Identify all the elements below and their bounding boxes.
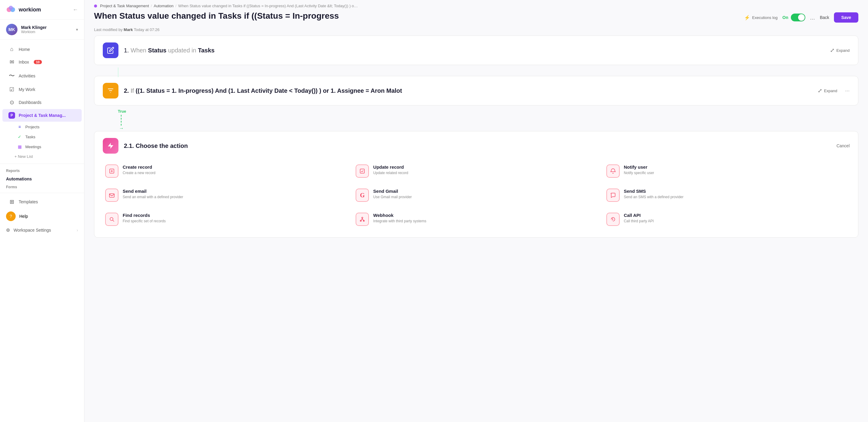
action-chooser-card: 2.1. Choose the action Cancel Create rec… [94,131,858,238]
svg-point-2 [9,6,13,10]
step-1-table: Tasks [198,47,215,54]
inbox-icon: ✉ [8,59,15,65]
sidebar-item-project[interactable]: P Project & Task Manag... [2,109,82,122]
step-2-more-button[interactable]: ··· [845,88,849,94]
home-icon: ⌂ [8,46,15,53]
help-label: Help [19,214,28,219]
workspace-icon: ⊚ [6,227,10,233]
breadcrumb-project[interactable]: Project & Task Management [100,4,149,8]
step-1-title: 1. When Status updated in Tasks [124,47,825,54]
sidebar-item-tasks[interactable]: ✓ Tasks [2,132,82,141]
sidebar-item-reports[interactable]: Reports [0,166,84,174]
svg-marker-6 [108,143,113,149]
project-icon: P [8,112,15,119]
executions-log-button[interactable]: ⚡ Executions log [744,15,778,21]
action-option-create-record[interactable]: Create record Create a new record [100,159,351,183]
sidebar-item-templates[interactable]: ⊞ Templates [2,195,82,208]
find-records-title: Find records [123,213,346,218]
sidebar-item-automations[interactable]: Automations [0,174,84,183]
action-option-find-records[interactable]: Find records Find specific set of record… [100,207,351,231]
sidebar-item-label: Activities [19,73,35,78]
sidebar-item-inbox[interactable]: ✉ Inbox 10 [2,56,82,68]
back-button[interactable]: Back [820,15,829,20]
tasks-icon: ✓ [17,134,22,139]
step-1-keyword-when: When [130,47,148,54]
executions-log-label: Executions log [752,15,778,20]
page-title: When Status value changed in Tasks if ((… [94,10,339,21]
true-label: True [118,109,126,113]
action-chooser-icon [103,138,119,154]
send-sms-title: Send SMS [624,189,847,194]
svg-rect-11 [110,194,114,197]
toggle-on-off[interactable]: On [782,13,805,21]
inbox-badge: 10 [34,60,41,64]
sidebar-item-label: My Work [19,87,35,92]
sidebar-item-forms[interactable]: Forms [0,183,84,190]
action-option-update-record[interactable]: Update record Update related record [351,159,601,183]
action-option-send-sms[interactable]: Send SMS Send an SMS with a defined prov… [601,183,852,207]
step-2-card: 2. If ((1. Status = 1. In-progress) And … [94,76,858,105]
action-option-webhook[interactable]: Webhook Integrate with third party syste… [351,207,601,231]
step-1-field: Status [148,47,166,54]
action-option-notify-user[interactable]: Notify user Notify specific user [601,159,852,183]
action-option-call-api[interactable]: Call API Call third party API [601,207,852,231]
sidebar-item-activities[interactable]: 〜 Activities [2,69,82,83]
breadcrumb-current: When Status value changed in Tasks if ((… [178,4,359,8]
call-api-title: Call API [624,213,847,218]
projects-icon: ≡ [17,124,22,129]
arrow-icon: → [119,126,124,131]
create-record-icon [105,164,119,178]
toggle-switch[interactable] [791,13,805,21]
help-item[interactable]: ? Help [0,208,84,224]
save-button[interactable]: Save [834,12,858,23]
call-api-desc: Call third party API [624,219,847,224]
step-2-expand-button[interactable]: ⤢ Expand [818,87,837,94]
dashed-line [121,115,121,126]
sidebar-item-label: Tasks [25,135,35,139]
breadcrumb: Project & Task Management / Automation /… [84,0,868,8]
sidebar-item-label: Project & Task Manag... [19,113,66,118]
expand-icon-2: ⤢ [818,87,822,94]
logo[interactable]: workiom [6,5,41,14]
step-2-expand-label: Expand [824,89,837,93]
modified-prefix: Last modified by [94,27,123,32]
toggle-knob [798,14,805,21]
more-options-button[interactable]: ... [810,14,815,21]
modified-info: Last modified by Mark Today at 07:26 [84,27,868,36]
notify-user-desc: Notify specific user [624,170,847,175]
sidebar-item-home[interactable]: ⌂ Home [2,43,82,56]
action-chooser-title: 2.1. Choose the action [124,142,831,150]
breadcrumb-automation[interactable]: Automation [154,4,174,8]
sidebar-item-workspace-settings[interactable]: ⊚ Workspace Settings › [0,224,84,236]
action-option-send-gmail[interactable]: G Send Gmail Use Gmail mail provider [351,183,601,207]
find-records-icon [105,213,119,226]
step-1-expand-label: Expand [836,48,849,53]
update-record-icon [355,164,369,178]
modified-time: Today at 07:26 [134,27,159,32]
new-list-button[interactable]: + New List [0,152,84,161]
sidebar-item-dashboards[interactable]: ⊙ Dashboards [2,96,82,109]
sidebar-item-projects[interactable]: ≡ Projects [2,122,82,132]
update-record-desc: Update related record [373,170,596,175]
workspace-label: Workspace Settings [13,228,51,232]
step-1-card: 1. When Status updated in Tasks ⤢ Expand [94,36,858,65]
sidebar-item-label: Meetings [25,144,41,149]
notify-user-icon [607,164,620,178]
sidebar-item-label: Home [19,47,30,52]
notify-user-title: Notify user [624,164,847,170]
collapse-sidebar-button[interactable]: ← [73,7,78,13]
sidebar-item-meetings[interactable]: ▦ Meetings [2,142,82,152]
action-options-grid: Create record Create a new record Update… [94,159,858,237]
step-2-title: 2. If ((1. Status = 1. In-progress) And … [124,87,812,94]
user-profile[interactable]: MK Mark Klinger Workiom ▾ [0,20,84,40]
cancel-button[interactable]: Cancel [836,143,849,148]
update-record-title: Update record [373,164,596,170]
action-option-send-email[interactable]: Send email Send an email with a defined … [100,183,351,207]
call-api-icon [607,213,620,226]
sidebar: workiom ← MK Mark Klinger Workiom ▾ ⌂ Ho… [0,0,84,422]
create-record-title: Create record [123,164,346,170]
executions-log-icon: ⚡ [744,15,750,21]
create-record-desc: Create a new record [123,170,346,175]
step-1-expand-button[interactable]: ⤢ Expand [830,47,849,54]
sidebar-item-mywork[interactable]: ☑ My Work [2,83,82,96]
